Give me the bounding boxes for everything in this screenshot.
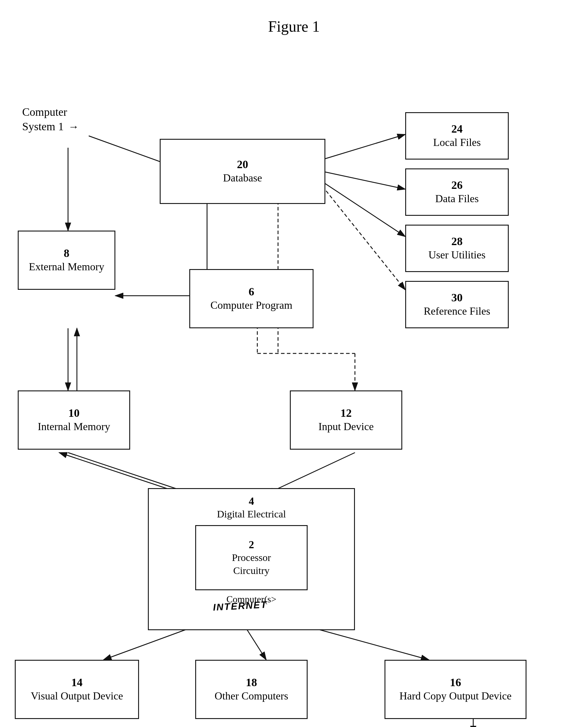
user-utilities-number: 28 [451,235,463,248]
user-utilities-label: User Utilities [428,248,486,262]
svg-line-20 [266,452,355,494]
input-device-number: 12 [340,406,352,420]
processor-number: 2 [249,539,254,551]
visual-output-label: Visual Output Device [31,689,123,703]
hard-copy-number: 16 [450,676,461,689]
digital-electrical-number: 4 [249,495,254,508]
svg-line-22 [246,627,266,660]
page-title: Figure 1 [0,0,588,35]
svg-line-23 [311,627,429,660]
database-label: Database [223,171,262,185]
visual-output-number: 14 [71,676,83,689]
data-files-number: 26 [451,179,463,192]
local-files-box: 24 Local Files [405,112,509,160]
local-files-label: Local Files [433,136,481,149]
reference-files-label: Reference Files [424,304,490,318]
external-memory-box: 8 External Memory [18,230,115,290]
computer-program-label: Computer Program [211,298,293,312]
svg-line-6 [322,135,405,160]
input-device-label: Input Device [318,420,374,433]
input-device-box: 12 Input Device [290,390,402,450]
processor-label: Processor Circuitry [232,551,271,577]
svg-line-21 [104,627,192,660]
computer-program-box: 6 Computer Program [189,269,314,328]
internal-memory-label: Internal Memory [38,420,110,433]
data-files-box: 26 Data Files [405,168,509,216]
external-memory-number: 8 [64,247,69,260]
internal-memory-number: 10 [68,406,80,420]
data-files-label: Data Files [435,192,479,206]
svg-line-19 [59,452,183,494]
svg-line-18 [68,452,192,494]
hard-copy-box: 16 Hard Copy Output Device [384,660,526,719]
other-computers-label: Other Computers [215,689,288,703]
computer-program-number: 6 [249,285,254,299]
database-number: 20 [237,158,248,171]
svg-line-8 [322,182,405,237]
computer-system-label: Computer System 1 → [22,105,79,134]
external-memory-label: External Memory [29,260,104,274]
user-utilities-box: 28 User Utilities [405,225,509,272]
local-files-number: 24 [451,122,463,136]
svg-line-9 [322,186,405,290]
reference-files-number: 30 [451,291,463,305]
other-computers-number: 18 [246,676,257,689]
visual-output-box: 14 Visual Output Device [15,660,139,719]
svg-line-7 [322,171,405,189]
other-computers-box: 18 Other Computers [195,660,308,719]
internal-memory-box: 10 Internal Memory [18,390,130,450]
digital-electrical-label: Digital Electrical [217,508,286,521]
reference-files-box: 30 Reference Files [405,281,509,328]
database-box: 20 Database [160,139,326,204]
hard-copy-label: Hard Copy Output Device [400,689,512,703]
